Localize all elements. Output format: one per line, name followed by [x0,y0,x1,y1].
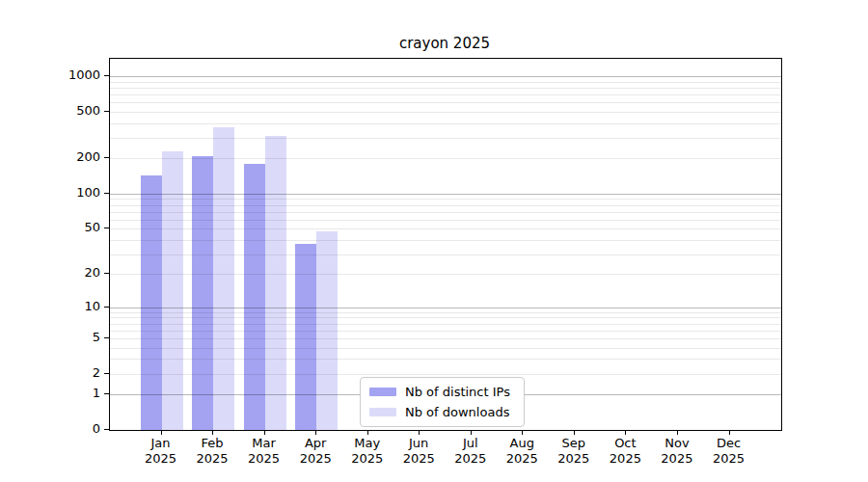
x-tick-mark-jul [471,430,472,435]
y-tick-mark-20 [104,273,109,274]
x-tick-mark-aug [522,430,523,435]
gridline-20 [110,274,781,275]
gridline-6 [110,331,781,332]
gridline-3 [110,359,781,360]
y-tick-mark-1 [104,393,109,394]
y-tick-mark-2 [104,373,109,374]
x-tick-label-dec: Dec2025 [691,436,768,467]
y-tick-label-5: 5 [42,330,100,345]
bar-distinct-ips-apr [295,244,316,430]
gridline-30 [110,254,781,255]
x-tick-mark-mar [264,430,265,435]
plot-area [109,58,782,431]
gridline-200 [110,158,781,159]
gridline-400 [110,123,781,124]
y-tick-label-1000: 1000 [42,67,100,83]
x-tick-mark-apr [315,430,316,435]
gridline-4 [110,348,781,349]
gridline-90 [110,199,781,200]
gridline-7 [110,324,781,325]
gridline-500 [110,112,781,113]
gridline-900 [110,82,781,83]
x-tick-mark-dec [729,430,730,435]
gridline-800 [110,88,781,89]
gridline-60 [110,220,781,221]
legend-entry-distinct-ips: Nb of distinct IPs [369,384,515,400]
gridline-40 [110,240,781,241]
gridline-50 [110,228,781,229]
bar-downloads-mar [265,136,286,430]
y-tick-label-500: 500 [42,103,100,119]
gridline-600 [110,102,781,103]
legend: Nb of distinct IPs Nb of downloads [360,377,525,427]
legend-label-downloads: Nb of downloads [405,405,509,419]
gridline-8 [110,317,781,318]
y-tick-mark-10 [104,307,109,308]
y-tick-label-50: 50 [42,220,100,235]
chart-figure: crayon 2025 01251020501002005001000 Jan2… [0,0,868,482]
y-tick-mark-0 [104,429,109,430]
chart-title: crayon 2025 [109,35,780,52]
x-tick-mark-sep [574,430,575,435]
x-tick-mark-feb [212,430,213,435]
x-tick-mark-oct [625,430,626,435]
gridline-80 [110,205,781,206]
legend-entry-downloads: Nb of downloads [369,404,515,420]
gridline-70 [110,212,781,213]
gridline-2 [110,374,781,375]
x-tick-mark-jun [419,430,420,435]
gridline-1000 [110,76,781,77]
x-tick-mark-jan [161,430,162,435]
y-tick-mark-200 [104,157,109,158]
gridline-9 [110,312,781,313]
legend-swatch-downloads [369,408,396,416]
y-tick-mark-500 [104,111,109,112]
bar-distinct-ips-jan [141,175,162,430]
x-tick-mark-may [367,430,368,435]
y-tick-label-200: 200 [42,149,100,165]
y-tick-label-20: 20 [42,265,100,281]
gridline-5 [110,338,781,339]
y-tick-mark-100 [104,193,109,194]
gridline-300 [110,138,781,139]
y-tick-mark-1000 [104,75,109,76]
y-tick-label-1: 1 [42,386,100,401]
gridline-100 [110,194,781,195]
x-tick-mark-nov [677,430,678,435]
bar-downloads-feb [213,127,234,430]
y-tick-label-10: 10 [42,299,100,314]
y-tick-label-100: 100 [42,185,100,201]
legend-swatch-distinct-ips [369,388,396,396]
bar-distinct-ips-feb [192,156,213,430]
y-tick-mark-5 [104,337,109,338]
gridline-700 [110,94,781,95]
legend-label-distinct-ips: Nb of distinct IPs [405,385,510,399]
gridline-10 [110,308,781,308]
y-tick-label-0: 0 [42,421,100,437]
y-tick-label-2: 2 [42,365,100,381]
y-tick-mark-50 [104,228,109,228]
